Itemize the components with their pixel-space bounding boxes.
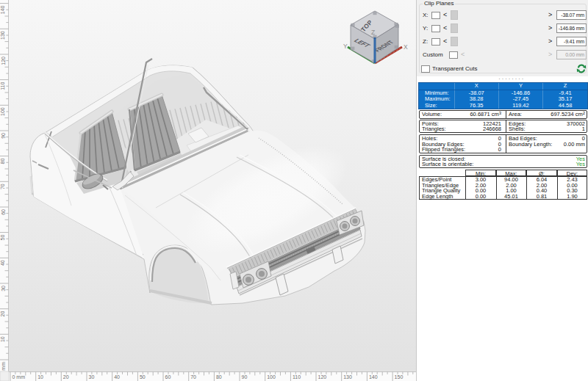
svg-text:80: 80 [216, 374, 222, 380]
svg-text:100: 100 [267, 374, 276, 380]
svg-text:100: 100 [1, 107, 6, 116]
svg-text:140: 140 [369, 374, 378, 380]
svg-text:60: 60 [1, 209, 6, 215]
svg-text:70: 70 [1, 184, 6, 189]
svg-text:70: 70 [190, 374, 196, 380]
svg-text:90: 90 [242, 374, 248, 380]
svg-text:150: 150 [395, 374, 404, 380]
svg-text:X: X [404, 43, 408, 51]
svg-text:140: 140 [1, 6, 6, 15]
svg-text:120: 120 [1, 57, 6, 65]
svg-text:80: 80 [1, 159, 6, 164]
svg-text:0 mm: 0 mm [12, 374, 26, 380]
svg-text:10: 10 [1, 336, 6, 342]
svg-text:110: 110 [1, 82, 6, 90]
svg-text:130: 130 [343, 374, 352, 380]
svg-text:40: 40 [1, 260, 6, 266]
svg-text:Z: Z [371, 29, 375, 36]
svg-text:30: 30 [89, 374, 95, 380]
svg-text:50: 50 [1, 235, 6, 241]
svg-text:120: 120 [318, 374, 327, 380]
svg-text:90: 90 [1, 133, 6, 139]
svg-text:20: 20 [1, 311, 6, 317]
svg-text:110: 110 [293, 374, 301, 380]
svg-text:130: 130 [1, 31, 6, 40]
svg-text:Y: Y [343, 43, 348, 50]
svg-text:40: 40 [114, 374, 120, 380]
svg-text:20: 20 [63, 374, 69, 380]
svg-text:10: 10 [37, 374, 43, 380]
svg-text:50: 50 [140, 374, 146, 380]
svg-text:30: 30 [1, 286, 6, 291]
svg-text:60: 60 [165, 374, 171, 380]
